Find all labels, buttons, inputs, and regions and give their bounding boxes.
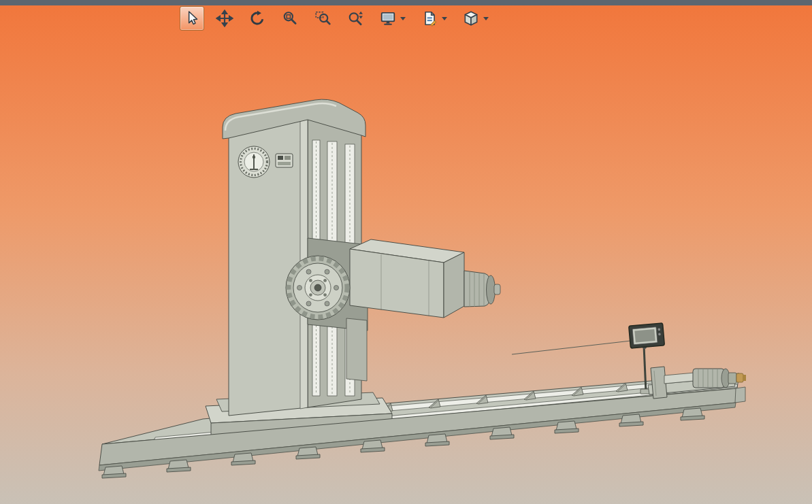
dropdown-caret-icon[interactable] bbox=[400, 17, 406, 20]
viewport-3d[interactable] bbox=[0, 5, 812, 504]
markup-icon bbox=[421, 10, 438, 27]
zoom-area-button[interactable] bbox=[310, 6, 335, 31]
rotate-icon bbox=[248, 10, 266, 27]
dropdown-caret-icon[interactable] bbox=[442, 17, 447, 20]
zoom-area-icon bbox=[314, 10, 331, 27]
view-orientation-button[interactable] bbox=[459, 6, 492, 31]
markup-button[interactable] bbox=[417, 6, 451, 31]
select-arrow-button[interactable] bbox=[180, 6, 204, 31]
column-dial-emblem bbox=[238, 146, 270, 178]
display-mode-icon bbox=[379, 10, 397, 27]
view-orientation-icon bbox=[462, 10, 480, 27]
zoom-inout-button[interactable] bbox=[343, 6, 368, 31]
display-mode-button[interactable] bbox=[376, 6, 409, 31]
pan-button[interactable] bbox=[212, 6, 237, 31]
spindle-faceplate-chuck[interactable] bbox=[286, 256, 350, 320]
cad-model-horizontal-boring-machine[interactable] bbox=[0, 5, 812, 504]
rotate-button[interactable] bbox=[245, 6, 270, 31]
window-top-strip bbox=[0, 0, 812, 5]
spindle-motor bbox=[464, 271, 500, 307]
pan-icon bbox=[216, 10, 233, 27]
select-arrow-icon bbox=[183, 10, 201, 27]
column-badge-plaque bbox=[276, 154, 293, 167]
pendant-screen[interactable] bbox=[629, 323, 665, 348]
main-toolbar bbox=[180, 6, 492, 31]
dropdown-caret-icon[interactable] bbox=[483, 17, 489, 20]
zoom-fit-button[interactable] bbox=[278, 6, 302, 31]
zoom-fit-icon bbox=[281, 10, 299, 27]
zoom-inout-icon bbox=[346, 10, 364, 27]
